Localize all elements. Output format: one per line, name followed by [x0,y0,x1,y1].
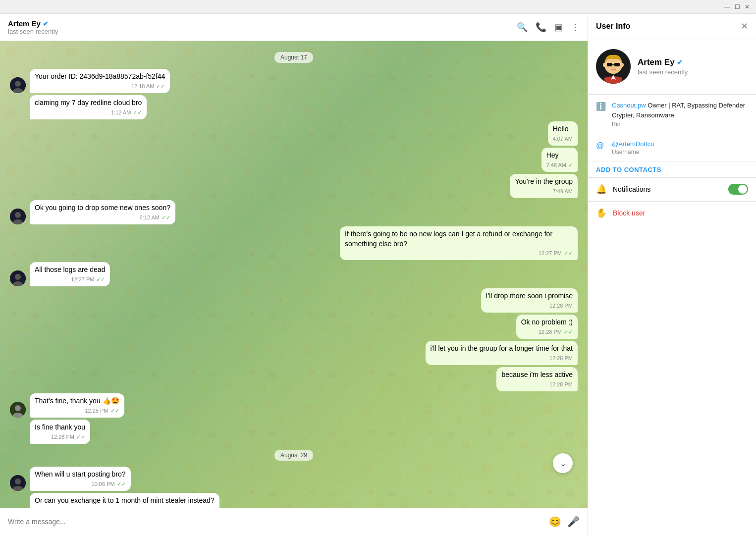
message-row: Hello 4:07 AM [10,121,578,146]
phone-icon[interactable]: 📞 [536,22,546,33]
scroll-to-bottom-button[interactable]: ⌄ [553,453,573,473]
username-icon: @ [596,141,606,151]
layout-icon[interactable]: ▣ [554,22,563,33]
chat-area: Artem Ey ✔ last seen recently 🔍 📞 ▣ ⋮ [0,14,588,535]
message-row: claming my 7 day redline cloud bro 1:12 … [10,95,578,119]
maximize-button[interactable]: ☐ [732,2,742,12]
profile-avatar [596,49,631,84]
date-divider-aug17: August 17 [10,52,578,63]
chat-header: Artem Ey ✔ last seen recently 🔍 📞 ▣ ⋮ [0,14,588,41]
close-button[interactable]: ✕ [742,2,752,12]
bell-icon: 🔔 [596,184,607,195]
panel-title: User Info [596,22,630,31]
message-row: That's fine, thank you 👍🤩 12:28 PM ✓✓ [10,393,578,418]
minimize-button[interactable]: — [722,2,732,12]
svg-point-20 [15,405,21,411]
profile-section: Artem Ey ✔ last seen recently [588,39,756,94]
add-to-contacts-button[interactable]: ADD TO CONTACTS [588,162,756,177]
chat-input-area: 😊 🎤 [0,508,588,535]
profile-status: last seen recently [638,68,688,76]
message-row: Is fine thank you 12:28 PM ✓✓ [10,420,578,444]
message-bubble: because i'm less active 12:28 PM [496,367,578,391]
svg-rect-30 [607,63,612,66]
message-row: If there's going to be no new logs can I… [10,226,578,261]
bio-text: Cashout.pw Owner | RAT, Bypassing Defend… [612,101,748,120]
avatar [10,402,26,418]
message-bubble: All those logs are dead 12:27 PM ✓✓ [30,262,110,286]
avatar-placeholder [10,501,26,508]
bio-content: Cashout.pw Owner | RAT, Bypassing Defend… [612,101,748,128]
message-bubble: That's fine, thank you 👍🤩 12:28 PM ✓✓ [30,393,124,418]
microphone-icon[interactable]: 🎤 [567,516,580,528]
main-container: Artem Ey ✔ last seen recently 🔍 📞 ▣ ⋮ [0,14,756,535]
profile-name: Artem Ey ✔ [638,57,688,67]
user-info-panel: User Info ✕ [588,14,756,535]
bio-section: ℹ️ Cashout.pw Owner | RAT, Bypassing Def… [588,95,756,134]
block-user-section[interactable]: ✋ Block user [588,202,756,224]
notifications-label: Notifications [613,185,650,193]
avatar [10,475,26,491]
message-bubble: Your order ID: 2436d9-18a88572ab-f52f44 … [30,69,170,93]
message-bubble: When will u start posting bro? 10:06 PM … [30,467,131,491]
search-icon[interactable]: 🔍 [517,22,528,33]
message-row: because i'm less active 12:28 PM [10,367,578,391]
bio-link[interactable]: Cashout.pw [612,102,646,109]
message-bubble: claming my 7 day redline cloud bro 1:12 … [30,95,147,119]
message-input[interactable] [8,518,543,526]
message-row: I'll drop more soon i promise 12:28 PM [10,288,578,313]
message-row: All those logs are dead 12:27 PM ✓✓ [10,262,578,286]
avatar-placeholder [10,428,26,444]
message-row: Ok you going to drop some new ones soon?… [10,200,578,224]
svg-point-17 [15,274,21,280]
chat-messages-container: 🍔 🍕 🌮 🍟 🍩 🍪 🍰 🐸 🦄 [0,41,588,508]
svg-point-14 [15,212,21,218]
message-bubble: I'll drop more soon i promise 12:28 PM [481,288,578,313]
messages-wrapper: August 17 Your order ID: 2436d9-18a88572… [0,41,588,508]
avatar-placeholder [10,104,26,119]
verified-badge: ✔ [43,20,49,28]
svg-point-23 [15,479,21,484]
message-row: You're in the group 7:49 AM [10,174,578,198]
message-bubble: You're in the group 7:49 AM [510,174,578,198]
message-bubble: Is fine thank you 12:28 PM ✓✓ [30,420,90,444]
avatar [10,270,26,286]
message-row: Ok no problem :) 12:28 PM ✓✓ [10,315,578,339]
message-row: Hey 7:48 AM ✓ [10,148,578,172]
chat-contact-name: Artem Ey ✔ [8,19,58,28]
avatar [10,209,26,224]
message-row: When will u start posting bro? 10:06 PM … [10,467,578,491]
title-bar: — ☐ ✕ [0,0,756,14]
chat-header-left: Artem Ey ✔ last seen recently [8,19,58,35]
notifications-left: 🔔 Notifications [596,184,650,195]
panel-header: User Info ✕ [588,14,756,39]
bio-label: Bio [612,121,748,128]
notifications-toggle[interactable] [728,184,748,195]
notifications-section: 🔔 Notifications [588,178,756,201]
message-row: Or can you exchange it to 1 month of min… [10,493,578,508]
date-divider-aug29: August 29 [10,450,578,461]
chat-header-actions: 🔍 📞 ▣ ⋮ [517,22,580,33]
message-row: Your order ID: 2436d9-18a88572ab-f52f44 … [10,69,578,93]
message-bubble: Or can you exchange it to 1 month of min… [30,493,219,508]
more-options-icon[interactable]: ⋮ [571,22,580,33]
message-bubble: Hey 7:48 AM ✓ [541,148,578,172]
panel-close-button[interactable]: ✕ [741,21,748,32]
svg-rect-31 [614,63,620,66]
message-bubble: Ok you going to drop some new ones soon?… [30,200,175,224]
username-text: @ArtemDotIcu [612,140,748,148]
message-bubble: If there's going to be no new logs can I… [340,226,578,261]
emoji-icon[interactable]: 😊 [549,516,561,528]
block-icon: ✋ [596,208,607,218]
message-bubble: Hello 4:07 AM [548,121,578,146]
message-bubble: Ok no problem :) 12:28 PM ✓✓ [516,315,578,339]
block-user-label: Block user [613,209,645,217]
info-icon: ℹ️ [596,102,606,111]
avatar [10,77,26,93]
chat-contact-status: last seen recently [8,28,58,35]
username-label: Username [612,149,748,156]
username-section: @ @ArtemDotIcu Username [588,134,756,162]
svg-point-34 [603,63,606,67]
profile-verified-badge: ✔ [677,58,683,66]
message-row: i'll let you in the group for a longer t… [10,341,578,365]
svg-point-35 [621,63,624,67]
